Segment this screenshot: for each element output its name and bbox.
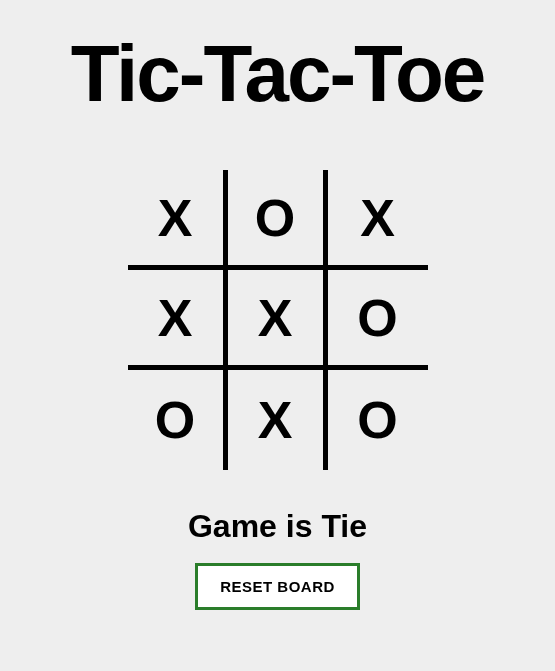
game-board: X O X X X O O X O [128,170,428,470]
game-status: Game is Tie [188,508,367,545]
cell-1[interactable]: O [228,170,328,270]
cell-2[interactable]: X [328,170,428,270]
cell-4[interactable]: X [228,270,328,370]
cell-8[interactable]: O [328,370,428,470]
cell-7[interactable]: X [228,370,328,470]
cell-5[interactable]: O [328,270,428,370]
cell-3[interactable]: X [128,270,228,370]
cell-0[interactable]: X [128,170,228,270]
reset-button[interactable]: RESET BOARD [195,563,360,610]
cell-6[interactable]: O [128,370,228,470]
page-title: Tic-Tac-Toe [71,28,485,120]
